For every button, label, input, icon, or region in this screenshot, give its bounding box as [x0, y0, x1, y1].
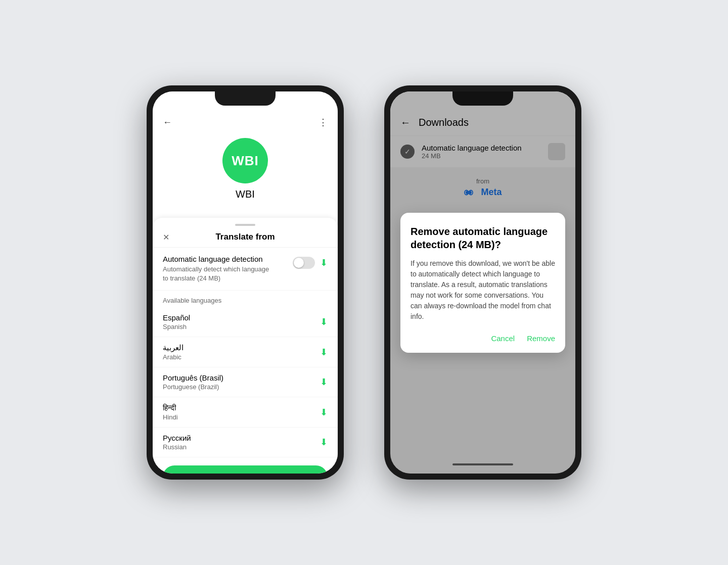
- lang-row-russian[interactable]: Русский Russian ⬇: [153, 428, 338, 457]
- sheet-header: ✕ Translate from: [153, 226, 338, 248]
- download-icon-spanish[interactable]: ⬇: [320, 316, 328, 327]
- lang-name-arabic: العربية: [163, 343, 184, 352]
- lang-name-russian: Русский: [163, 434, 191, 442]
- lang-row-portuguese[interactable]: Português (Brasil) Portuguese (Brazil) ⬇: [153, 367, 338, 397]
- wbi-nav: ← ⋮: [163, 117, 328, 128]
- auto-detect-toggle[interactable]: [293, 257, 315, 269]
- available-languages-label: Available languages: [153, 291, 338, 307]
- dialog-title: Remove automatic language detection (24 …: [411, 225, 555, 251]
- lang-sub-hindi: Hindi: [163, 413, 178, 421]
- sheet-title: Translate from: [215, 232, 275, 242]
- translate-bottom-sheet: ✕ Translate from Automatic language dete…: [153, 218, 338, 474]
- phone-2-screen: ← Downloads ✓ Automatic language detecti…: [390, 91, 575, 474]
- lang-sub-russian: Russian: [163, 443, 191, 451]
- dialog-buttons: Cancel Remove: [411, 332, 555, 345]
- dialog-cancel-button[interactable]: Cancel: [491, 332, 515, 345]
- remove-dialog: Remove automatic language detection (24 …: [400, 213, 565, 353]
- phone-1-content: ← ⋮ WBI WBI ✕ Translate from: [153, 91, 338, 474]
- lang-text-portuguese: Português (Brasil) Portuguese (Brazil): [163, 373, 223, 391]
- wbi-app-title: WBI: [236, 189, 255, 200]
- dialog-overlay: Remove automatic language detection (24 …: [390, 91, 575, 474]
- lang-sub-arabic: Arabic: [163, 353, 184, 361]
- download-icon-arabic[interactable]: ⬇: [320, 347, 328, 358]
- download-icon-hindi[interactable]: ⬇: [320, 407, 328, 418]
- lang-name-spanish: Español: [163, 313, 190, 322]
- download-icon-portuguese[interactable]: ⬇: [320, 376, 328, 388]
- auto-detect-download-icon[interactable]: ⬇: [320, 257, 328, 268]
- auto-detect-description: Automatically detect which language to t…: [163, 265, 274, 283]
- phone-1: ← ⋮ WBI WBI ✕ Translate from: [147, 85, 344, 480]
- sheet-close-button[interactable]: ✕: [163, 232, 169, 242]
- lang-row-arabic[interactable]: العربية Arabic ⬇: [153, 337, 338, 367]
- lang-sub-spanish: Spanish: [163, 323, 190, 331]
- lang-text-hindi: हिन्दी Hindi: [163, 403, 178, 421]
- lang-sub-portuguese: Portuguese (Brazil): [163, 383, 223, 391]
- lang-row-hindi[interactable]: हिन्दी Hindi ⬇: [153, 397, 338, 428]
- phone-1-notch: [215, 91, 276, 106]
- dialog-body: If you remove this download, we won't be…: [411, 258, 555, 322]
- auto-detect-actions: ⬇: [293, 255, 328, 269]
- phone-2-content: ← Downloads ✓ Automatic language detecti…: [390, 91, 575, 474]
- phones-container: ← ⋮ WBI WBI ✕ Translate from: [126, 65, 602, 500]
- lang-name-portuguese: Português (Brasil): [163, 373, 223, 382]
- lang-text-arabic: العربية Arabic: [163, 343, 184, 361]
- lang-text-spanish: Español Spanish: [163, 313, 190, 331]
- wbi-header: ← ⋮ WBI WBI: [153, 91, 338, 218]
- wbi-logo: WBI: [222, 138, 268, 183]
- more-button[interactable]: ⋮: [318, 117, 328, 128]
- auto-detect-text: Automatic language detection Automatical…: [163, 255, 274, 283]
- phone-2: ← Downloads ✓ Automatic language detecti…: [384, 85, 581, 480]
- lang-text-russian: Русский Russian: [163, 434, 191, 451]
- download-icon-russian[interactable]: ⬇: [320, 437, 328, 448]
- continue-button[interactable]: Continue: [163, 465, 328, 474]
- languages-list: Español Spanish ⬇ العربية Arabic ⬇: [153, 307, 338, 457]
- phone-1-screen: ← ⋮ WBI WBI ✕ Translate from: [153, 91, 338, 474]
- lang-row-spanish[interactable]: Español Spanish ⬇: [153, 307, 338, 337]
- lang-name-hindi: हिन्दी: [163, 403, 178, 412]
- auto-detect-row: Automatic language detection Automatical…: [153, 248, 338, 291]
- back-button[interactable]: ←: [163, 117, 172, 128]
- auto-detect-title: Automatic language detection: [163, 255, 274, 263]
- dialog-remove-button[interactable]: Remove: [527, 332, 555, 345]
